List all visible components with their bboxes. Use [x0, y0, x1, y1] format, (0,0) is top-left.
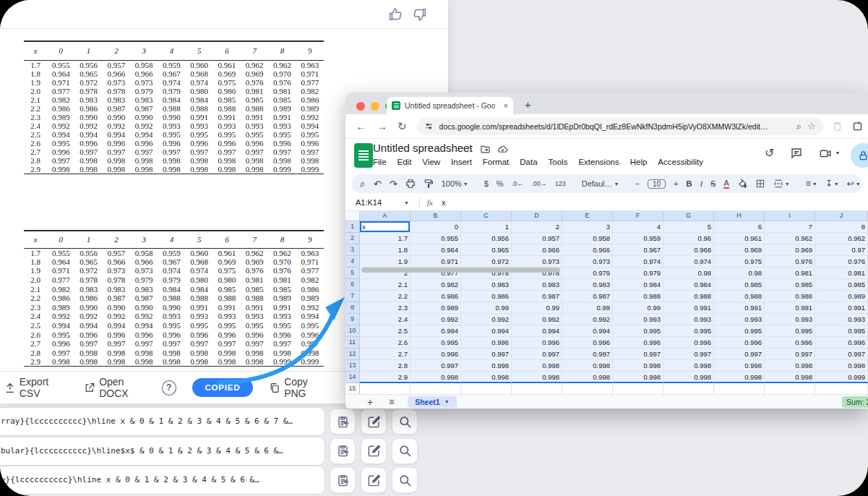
- column-header-E[interactable]: E: [562, 211, 613, 221]
- cell-H7[interactable]: 0.988: [714, 291, 765, 302]
- cell-C15[interactable]: [461, 383, 512, 394]
- cell-C8[interactable]: 0.99: [461, 302, 512, 314]
- cell-J1[interactable]: 8: [815, 221, 868, 233]
- copy-png-button[interactable]: Copy PNG: [269, 376, 329, 399]
- latex-snippet-field[interactable]: bular}{lcccccccccc}\hline$x$ & 0 & 1 & 2…: [0, 437, 325, 466]
- menu-edit[interactable]: Edit: [398, 158, 412, 166]
- font-select[interactable]: Defaul… ▼: [582, 179, 619, 188]
- row-header-1[interactable]: 1: [345, 221, 360, 233]
- cell-F13[interactable]: 0.998: [613, 360, 663, 372]
- menu-file[interactable]: File: [373, 158, 387, 166]
- cell-F2[interactable]: 0.959: [613, 233, 663, 244]
- cell-A10[interactable]: 2.5: [360, 325, 411, 337]
- format-percent-button[interactable]: %: [497, 179, 504, 188]
- cell-G2[interactable]: 0.96: [663, 233, 714, 244]
- cell-E4[interactable]: 0.973: [562, 256, 613, 268]
- cell-A7[interactable]: 2.2: [360, 291, 411, 302]
- more-formats-button[interactable]: 123: [555, 180, 566, 187]
- minimize-window-button[interactable]: [371, 102, 379, 111]
- cell-B4[interactable]: 0.971: [411, 256, 461, 268]
- forward-icon[interactable]: →: [377, 120, 387, 132]
- edit-button[interactable]: [361, 438, 387, 464]
- cell-A3[interactable]: 1.8: [360, 244, 411, 256]
- column-header-A[interactable]: A: [360, 211, 411, 221]
- toolbar-search-icon[interactable]: ⌕: [360, 178, 366, 190]
- cell-G9[interactable]: 0.993: [663, 314, 714, 325]
- cell-E10[interactable]: 0.994: [562, 325, 613, 337]
- version-history-icon[interactable]: ↺: [765, 146, 774, 160]
- cell-C7[interactable]: 0.986: [461, 291, 512, 302]
- cell-E15[interactable]: [562, 383, 613, 394]
- decrease-decimals-button[interactable]: .0←: [512, 180, 524, 187]
- cell-J2[interactable]: 0.962: [815, 233, 868, 244]
- menu-format[interactable]: Format: [483, 158, 509, 166]
- cell-F4[interactable]: 0.974: [613, 256, 663, 268]
- cell-H14[interactable]: 0.998: [714, 372, 765, 383]
- row-header-9[interactable]: 9: [345, 314, 360, 325]
- formula-input[interactable]: x: [442, 198, 446, 207]
- cell-G6[interactable]: 0.984: [663, 279, 714, 291]
- cell-F10[interactable]: 0.995: [613, 325, 663, 337]
- cell-D7[interactable]: 0.987: [512, 291, 562, 302]
- cell-H11[interactable]: 0.996: [714, 337, 765, 349]
- undo-icon[interactable]: ↶: [374, 179, 382, 189]
- cell-E12[interactable]: 0.997: [562, 349, 613, 360]
- cell-C4[interactable]: 0.972: [461, 256, 512, 268]
- cell-I12[interactable]: 0.997: [765, 349, 815, 360]
- cell-B10[interactable]: 0.994: [411, 325, 461, 337]
- browser-tab[interactable]: Untitled spreadsheet - Goog ×: [387, 97, 513, 114]
- cell-B14[interactable]: 0.998: [411, 372, 461, 383]
- format-currency-button[interactable]: $: [484, 179, 489, 188]
- cell-D3[interactable]: 0.966: [512, 244, 562, 256]
- cell-A4[interactable]: 1.9: [360, 256, 411, 268]
- cell-E6[interactable]: 0.983: [562, 279, 613, 291]
- cell-H1[interactable]: 6: [714, 221, 765, 233]
- cell-C2[interactable]: 0.956: [461, 233, 512, 244]
- redo-icon[interactable]: ↷: [390, 179, 398, 189]
- cell-D13[interactable]: 0.998: [512, 360, 562, 372]
- cell-F12[interactable]: 0.997: [613, 349, 663, 360]
- horizontal-align-button[interactable]: ≡▼: [806, 179, 817, 189]
- cell-F1[interactable]: 4: [613, 221, 663, 233]
- cell-C1[interactable]: 1: [461, 221, 512, 233]
- row-header-4[interactable]: 4: [345, 256, 360, 268]
- cell-J10[interactable]: 0.995: [815, 325, 868, 337]
- menu-insert[interactable]: Insert: [451, 158, 472, 166]
- row-header-3[interactable]: 3: [345, 244, 360, 256]
- copied-button[interactable]: COPIED: [192, 378, 254, 397]
- cell-D15[interactable]: [512, 383, 562, 394]
- paint-format-icon[interactable]: [424, 179, 434, 189]
- cell-I7[interactable]: 0.988: [765, 291, 815, 302]
- cell-D12[interactable]: 0.997: [512, 349, 562, 360]
- name-box[interactable]: A1:K14: [345, 198, 400, 207]
- cell-G3[interactable]: 0.968: [663, 244, 714, 256]
- name-box-caret-icon[interactable]: ▼: [404, 200, 409, 205]
- row-header-10[interactable]: 10: [345, 325, 360, 337]
- cell-I6[interactable]: 0.985: [765, 279, 815, 291]
- cell-C3[interactable]: 0.965: [461, 244, 512, 256]
- row-header-5[interactable]: 5: [345, 268, 360, 279]
- cell-I8[interactable]: 0.991: [765, 302, 815, 314]
- cell-G8[interactable]: 0.991: [663, 302, 714, 314]
- cell-B7[interactable]: 0.986: [411, 291, 461, 302]
- column-header-H[interactable]: H: [714, 211, 765, 221]
- cell-B2[interactable]: 0.955: [411, 233, 461, 244]
- column-header-J[interactable]: J: [815, 211, 868, 221]
- sheet-tab-sheet1[interactable]: Sheet1 ▼: [408, 396, 456, 408]
- help-icon[interactable]: ?: [162, 380, 176, 395]
- menu-accessibility[interactable]: Accessibility: [658, 158, 703, 166]
- cell-G7[interactable]: 0.988: [663, 291, 714, 302]
- cell-F5[interactable]: 0.979: [613, 268, 663, 279]
- cell-B13[interactable]: 0.997: [411, 360, 461, 372]
- tab-close-icon[interactable]: ×: [504, 101, 508, 110]
- cell-G5[interactable]: 0.98: [663, 268, 714, 279]
- row-header-2[interactable]: 2: [345, 233, 360, 244]
- cell-D14[interactable]: 0.998: [512, 372, 562, 383]
- close-window-button[interactable]: [356, 102, 365, 111]
- cell-J7[interactable]: 0.989: [815, 291, 868, 302]
- menu-help[interactable]: Help: [630, 158, 648, 166]
- cell-A11[interactable]: 2.6: [360, 337, 411, 349]
- search-in-page-icon[interactable]: ⌕: [796, 121, 802, 132]
- row-header-8[interactable]: 8: [345, 302, 360, 314]
- add-sheet-button[interactable]: +: [367, 396, 373, 408]
